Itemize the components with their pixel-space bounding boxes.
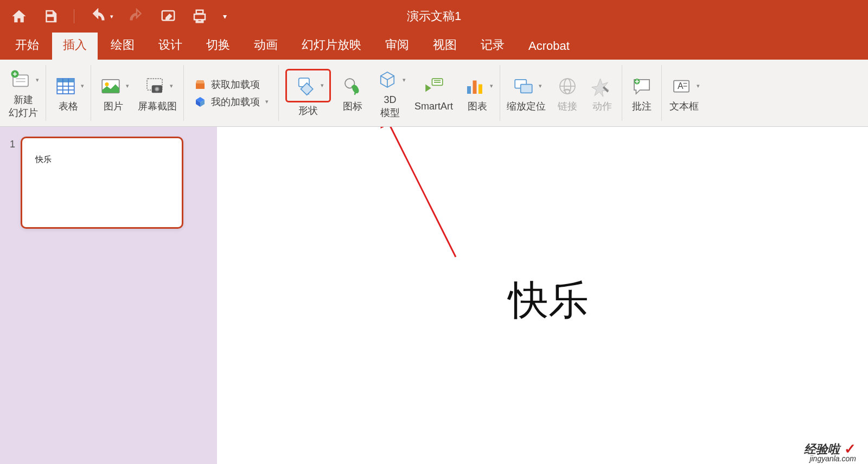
new-slide-icon — [8, 67, 34, 93]
slide-number: 1 — [10, 139, 15, 150]
dropdown-arrow[interactable]: ▾ — [490, 82, 493, 89]
chart-button[interactable]: ▾ 图表 — [457, 60, 497, 126]
slide-thumbnails-panel: 1 快乐 — [0, 127, 217, 464]
save-icon[interactable] — [42, 8, 59, 24]
action-icon — [589, 73, 615, 99]
dropdown-arrow[interactable]: ▾ — [403, 76, 406, 83]
redo-icon[interactable] — [129, 8, 145, 24]
smartart-button[interactable]: SmartArt — [410, 60, 457, 126]
undo-dropdown[interactable]: ▾ — [110, 13, 113, 20]
smartart-label: SmartArt — [414, 100, 453, 113]
tab-review[interactable]: 审阅 — [374, 30, 420, 60]
tab-record[interactable]: 记录 — [470, 30, 515, 60]
svg-rect-25 — [473, 80, 477, 94]
separator — [661, 65, 662, 121]
textbox-label: 文本框 — [669, 100, 699, 113]
get-addins-label: 获取加载项 — [211, 78, 260, 91]
smartart-icon — [421, 73, 447, 99]
link-button[interactable]: 链接 — [550, 60, 585, 126]
tab-draw[interactable]: 绘图 — [100, 30, 145, 60]
3dmodel-button[interactable]: ▾ 3D 模型 — [370, 60, 410, 126]
table-button[interactable]: ▾ 表格 — [48, 60, 88, 126]
svg-point-16 — [156, 87, 158, 90]
svg-text:A: A — [678, 81, 684, 91]
watermark-url: jingyanla.com — [809, 454, 856, 463]
edit-icon[interactable] — [160, 8, 176, 24]
tab-slideshow[interactable]: 幻灯片放映 — [291, 30, 372, 60]
thumbnail-text: 快乐 — [35, 154, 169, 165]
get-addins-button[interactable]: 获取加载项 — [194, 78, 260, 91]
svg-rect-26 — [478, 84, 482, 94]
dropdown-arrow[interactable]: ▾ — [81, 82, 84, 89]
zoom-label: 缩放定位 — [507, 100, 546, 113]
slide-thumbnail[interactable]: 快乐 — [21, 137, 183, 229]
thumbnail-row[interactable]: 1 快乐 — [10, 137, 207, 229]
titlebar: ▾ ▾ 演示文稿1 — [0, 0, 868, 33]
shapes-icon — [292, 73, 318, 99]
svg-rect-24 — [467, 86, 471, 94]
textbox-button[interactable]: A ▾ 文本框 — [664, 60, 704, 126]
screenshot-label: 屏幕截图 — [138, 100, 177, 113]
dropdown-arrow[interactable]: ▾ — [539, 82, 542, 89]
tab-view[interactable]: 视图 — [422, 30, 468, 60]
dropdown-arrow[interactable]: ▾ — [36, 76, 39, 83]
tab-transition[interactable]: 切换 — [195, 30, 241, 60]
svg-point-12 — [105, 82, 109, 86]
new-slide-button[interactable]: ▾ 新建 幻灯片 — [3, 60, 43, 126]
ribbon-tabs: 开始 插入 绘图 设计 切换 动画 幻灯片放映 审阅 视图 记录 Acrobat — [0, 33, 868, 60]
dropdown-arrow[interactable]: ▾ — [170, 82, 173, 89]
my-addins-label: 我的加载项 — [211, 95, 260, 108]
screenshot-button[interactable]: ▾ 屏幕截图 — [133, 60, 181, 126]
print-icon[interactable] — [192, 8, 208, 24]
addins-group: 获取加载项 我的加载项 ▾ — [186, 60, 276, 126]
zoom-button[interactable]: ▾ 缩放定位 — [502, 60, 550, 126]
undo-icon[interactable] — [90, 8, 106, 24]
qat-more-dropdown[interactable]: ▾ — [223, 12, 227, 21]
my-addins-button[interactable]: 我的加载项 ▾ — [194, 95, 269, 108]
comment-icon — [629, 73, 655, 99]
document-title: 演示文稿1 — [407, 8, 461, 24]
addins-icon — [194, 95, 207, 108]
separator — [183, 65, 184, 121]
action-label: 动作 — [592, 100, 612, 113]
separator — [500, 65, 500, 121]
divider — [74, 9, 74, 23]
comment-button[interactable]: 批注 — [624, 60, 659, 126]
tab-insert[interactable]: 插入 — [52, 30, 98, 60]
home-icon[interactable] — [11, 8, 27, 24]
shapes-button[interactable]: ▾ — [292, 73, 324, 99]
comment-label: 批注 — [632, 100, 652, 113]
icons-icon — [340, 73, 366, 99]
icons-label: 图标 — [343, 100, 362, 113]
separator — [622, 65, 622, 121]
dropdown-arrow[interactable]: ▾ — [126, 82, 129, 89]
chart-icon — [462, 73, 488, 99]
action-button[interactable]: 动作 — [585, 60, 620, 126]
table-label: 表格 — [59, 100, 78, 113]
dropdown-arrow[interactable]: ▾ — [697, 82, 700, 89]
shapes-group-wrapper: ▾ 形状 — [281, 60, 335, 126]
tab-animation[interactable]: 动画 — [243, 30, 289, 60]
svg-rect-6 — [57, 79, 74, 82]
chart-label: 图表 — [468, 100, 487, 113]
separator — [46, 65, 46, 121]
ribbon: ▾ 新建 幻灯片 ▾ 表格 ▾ 图片 ▾ 屏幕截图 — [0, 60, 868, 127]
tab-acrobat[interactable]: Acrobat — [518, 33, 580, 60]
link-icon — [554, 73, 580, 99]
picture-button[interactable]: ▾ 图片 — [93, 60, 133, 126]
table-icon — [53, 73, 79, 99]
new-slide-label: 新建 幻灯片 — [9, 94, 38, 119]
slide[interactable]: 快乐 — [229, 138, 868, 464]
separator — [91, 65, 91, 121]
workspace: 1 快乐 快乐 — [0, 127, 868, 464]
icons-button[interactable]: 图标 — [335, 60, 370, 126]
tab-design[interactable]: 设计 — [148, 30, 193, 60]
quick-access-toolbar: ▾ ▾ — [11, 8, 227, 24]
dropdown-arrow[interactable]: ▾ — [321, 82, 324, 89]
3dmodel-label: 3D 模型 — [380, 94, 400, 119]
dropdown-arrow[interactable]: ▾ — [265, 98, 269, 105]
svg-rect-28 — [521, 84, 532, 93]
store-icon — [194, 78, 207, 91]
tab-home[interactable]: 开始 — [4, 30, 50, 60]
slide-canvas-area: 快乐 — [217, 127, 868, 464]
